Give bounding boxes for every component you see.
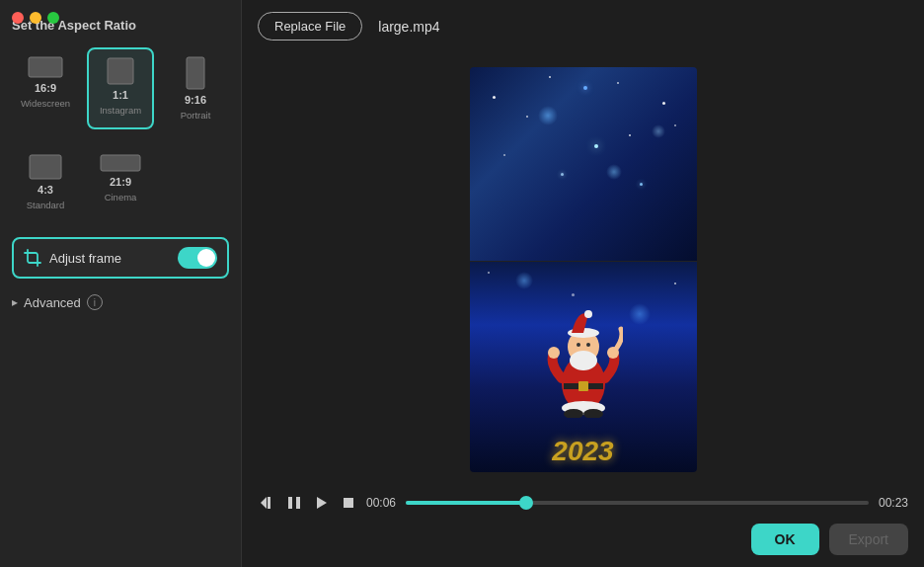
play-icon: [287, 496, 301, 510]
svg-rect-24: [344, 498, 353, 508]
svg-rect-0: [29, 57, 62, 77]
progress-bar[interactable]: [406, 501, 869, 505]
right-header: Replace File large.mp4: [258, 12, 908, 40]
replace-file-button[interactable]: Replace File: [258, 12, 362, 40]
video-bottom: 2023: [470, 262, 697, 472]
aspect-ratio-grid: 16:9 Widescreen 1:1 Instagram 9:16 Portr…: [12, 47, 229, 129]
light-orb-3: [652, 124, 665, 138]
progress-fill: [406, 501, 526, 505]
adjust-frame-left: Adjust frame: [24, 249, 121, 267]
light-orb-4: [515, 272, 533, 289]
total-time: 00:23: [879, 496, 908, 510]
santa-figure: [544, 309, 623, 418]
ratio-btn-16-9[interactable]: 16:9 Widescreen: [12, 47, 79, 129]
ratio-icon-16-9: [28, 56, 63, 78]
play-arrow-icon: [315, 496, 329, 510]
video-preview-container: 2023: [258, 52, 908, 486]
light-orb-2: [606, 164, 622, 180]
right-panel: Replace File large.mp4: [242, 0, 924, 567]
ratio-icon-4-3: [29, 154, 62, 180]
action-buttons: OK Export: [258, 518, 908, 555]
ratio-icon-9-16: [186, 56, 205, 90]
ratio-btn-4-3[interactable]: 4:3 Standard: [12, 145, 79, 219]
skip-back-button[interactable]: [258, 494, 275, 512]
svg-rect-20: [268, 497, 270, 509]
advanced-row[interactable]: ▸ Advanced i: [12, 292, 229, 312]
video-top: [470, 67, 697, 261]
svg-rect-3: [30, 155, 61, 179]
minimize-button[interactable]: [30, 12, 41, 24]
light-orb-5: [629, 303, 651, 325]
adjust-frame-row: Adjust frame: [12, 237, 229, 279]
current-time: 00:06: [366, 496, 396, 510]
adjust-frame-toggle[interactable]: [178, 247, 217, 269]
left-panel: Set the Aspect Ratio 16:9 Widescreen 1:1…: [0, 0, 242, 567]
crop-icon: [24, 249, 41, 267]
svg-point-13: [548, 347, 560, 359]
stop-icon: [343, 497, 354, 509]
svg-rect-2: [187, 57, 204, 89]
file-name: large.mp4: [378, 19, 439, 35]
svg-marker-23: [317, 497, 327, 509]
svg-rect-21: [288, 497, 292, 509]
ratio-btn-9-16[interactable]: 9:16 Portrait: [162, 47, 229, 129]
play-arrow-button[interactable]: [313, 494, 331, 512]
ratio-icon-21-9: [100, 154, 141, 172]
svg-marker-19: [261, 497, 267, 509]
svg-rect-8: [578, 381, 588, 391]
light-orb: [538, 106, 558, 125]
play-button[interactable]: [285, 494, 303, 512]
svg-point-12: [570, 351, 597, 370]
svg-rect-4: [101, 155, 140, 171]
info-icon[interactable]: i: [87, 294, 103, 310]
stop-button[interactable]: [341, 495, 356, 511]
close-button[interactable]: [12, 12, 24, 24]
ratio-btn-21-9[interactable]: 21:9 Cinema: [87, 145, 154, 219]
svg-point-16: [586, 343, 590, 347]
aspect-ratio-grid-2: 4:3 Standard 21:9 Cinema: [12, 145, 229, 219]
maximize-button[interactable]: [47, 12, 59, 24]
export-button: Export: [829, 524, 908, 555]
svg-point-15: [577, 343, 580, 347]
svg-rect-22: [296, 497, 300, 509]
skip-back-icon: [260, 496, 273, 510]
controls-bar: 00:06 00:23: [258, 486, 908, 518]
chevron-right-icon: ▸: [12, 295, 18, 309]
ok-button[interactable]: OK: [751, 524, 819, 555]
progress-thumb[interactable]: [519, 496, 533, 510]
svg-rect-1: [108, 58, 133, 84]
video-frame: 2023: [470, 67, 697, 472]
year-display: 2023: [552, 436, 613, 467]
ratio-btn-1-1[interactable]: 1:1 Instagram: [87, 47, 154, 129]
traffic-lights: [12, 12, 59, 24]
ratio-icon-1-1: [107, 57, 134, 85]
svg-point-11: [584, 310, 592, 318]
